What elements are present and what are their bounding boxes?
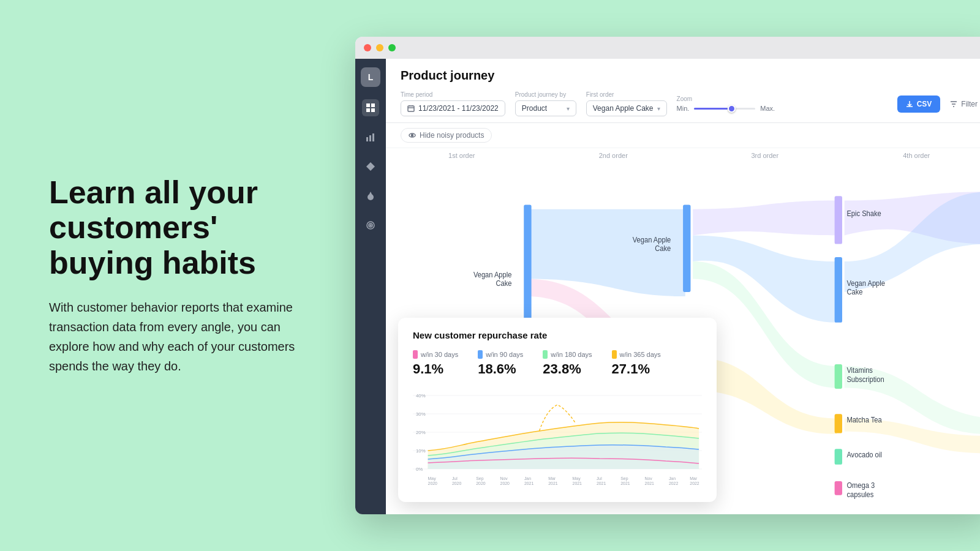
metric-180days: w/in 180 days 23.8% bbox=[543, 350, 592, 377]
subtext: With customer behavior reports that exam… bbox=[49, 298, 318, 376]
metric-365days-label: w/in 365 days bbox=[620, 351, 661, 358]
time-period-select[interactable]: 11/23/2021 - 11/23/2022 bbox=[401, 100, 505, 116]
svg-rect-5 bbox=[369, 135, 371, 141]
csv-button[interactable]: CSV bbox=[897, 96, 941, 113]
svg-text:2021: 2021 bbox=[597, 481, 606, 485]
svg-text:Nov: Nov bbox=[645, 476, 653, 481]
metric-180days-label: w/in 180 days bbox=[551, 351, 592, 358]
metric-365days-dot bbox=[612, 350, 617, 359]
zoom-min: Min. bbox=[677, 105, 690, 112]
metrics-row: w/in 30 days 9.1% w/in 90 days 18.6 bbox=[413, 350, 702, 377]
traffic-light-yellow[interactable] bbox=[376, 44, 383, 51]
metric-90days-period: w/in 90 days bbox=[478, 350, 523, 359]
calendar-icon bbox=[407, 105, 415, 112]
journey-by-value: Product bbox=[522, 104, 547, 113]
svg-text:Jan: Jan bbox=[669, 476, 676, 481]
svg-rect-13 bbox=[408, 106, 414, 111]
journey-by-filter: Product journey by Product ▾ bbox=[515, 91, 576, 116]
svg-text:2021: 2021 bbox=[524, 481, 533, 485]
svg-marker-7 bbox=[366, 162, 375, 171]
svg-text:Vegan Apple: Vegan Apple bbox=[633, 235, 671, 244]
svg-text:10%: 10% bbox=[416, 448, 426, 454]
svg-text:Omega 3: Omega 3 bbox=[846, 481, 875, 490]
hide-noisy-button[interactable]: Hide noisy products bbox=[401, 128, 492, 143]
metric-365days: w/in 365 days 27.1% bbox=[612, 350, 661, 377]
sidebar-icon-grid[interactable] bbox=[362, 99, 379, 116]
browser-content: L bbox=[355, 59, 980, 514]
svg-text:30%: 30% bbox=[416, 411, 426, 417]
svg-rect-23 bbox=[835, 364, 842, 389]
first-order-label: First order bbox=[586, 91, 667, 98]
sidebar-icon-chart[interactable] bbox=[362, 129, 379, 146]
zoom-slider[interactable] bbox=[694, 108, 755, 110]
svg-text:2021: 2021 bbox=[645, 481, 654, 485]
svg-point-12 bbox=[370, 225, 371, 226]
chevron-down-icon-2: ▾ bbox=[657, 105, 660, 112]
svg-text:Vitamins: Vitamins bbox=[846, 366, 872, 375]
time-period-label: Time period bbox=[401, 91, 505, 98]
svg-text:Vegan Apple: Vegan Apple bbox=[846, 279, 885, 288]
svg-text:Mar: Mar bbox=[690, 476, 698, 481]
svg-text:May: May bbox=[428, 476, 437, 481]
svg-rect-6 bbox=[372, 133, 374, 141]
traffic-light-red[interactable] bbox=[364, 44, 371, 51]
svg-text:capsules: capsules bbox=[846, 490, 873, 499]
svg-rect-22 bbox=[835, 257, 842, 323]
svg-text:May: May bbox=[573, 476, 581, 481]
svg-text:Nov: Nov bbox=[500, 476, 508, 481]
first-order-select[interactable]: Vegan Apple Cake ▾ bbox=[586, 100, 667, 116]
card-title: New customer repurchase rate bbox=[413, 330, 702, 340]
svg-text:Subscription: Subscription bbox=[846, 375, 884, 384]
metric-90days-value: 18.6% bbox=[478, 361, 523, 377]
svg-text:2021: 2021 bbox=[548, 481, 557, 485]
metric-30days-dot bbox=[413, 350, 418, 359]
metric-90days-label: w/in 90 days bbox=[486, 351, 523, 358]
journey-by-label: Product journey by bbox=[515, 91, 576, 98]
sidebar-icon-target[interactable] bbox=[362, 217, 379, 234]
browser-window: L bbox=[355, 37, 980, 514]
chevron-down-icon: ▾ bbox=[567, 105, 570, 112]
svg-text:2021: 2021 bbox=[573, 481, 582, 485]
svg-text:Jan: Jan bbox=[524, 476, 531, 481]
main-area: Product journey Time period 11/23/2021 -… bbox=[386, 59, 980, 514]
col-label-1st: 1st order bbox=[386, 148, 538, 167]
hide-noisy-label: Hide noisy products bbox=[420, 131, 484, 140]
metric-90days-dot bbox=[478, 350, 483, 359]
headline: Learn all your customers' buying habits bbox=[49, 175, 318, 280]
svg-rect-24 bbox=[835, 414, 842, 433]
svg-text:Cake: Cake bbox=[846, 287, 862, 296]
browser-titlebar bbox=[355, 37, 980, 59]
svg-rect-26 bbox=[835, 481, 842, 495]
sidebar-logo: L bbox=[361, 67, 380, 87]
zoom-track-fill bbox=[694, 108, 728, 110]
traffic-light-green[interactable] bbox=[388, 44, 396, 51]
svg-text:40%: 40% bbox=[416, 393, 426, 399]
sidebar-icon-diamond[interactable] bbox=[362, 158, 379, 175]
col-label-2nd: 2nd order bbox=[538, 148, 690, 167]
svg-text:Matcha Tea: Matcha Tea bbox=[846, 416, 882, 425]
svg-text:Jul: Jul bbox=[597, 476, 602, 481]
sidebar-icon-drop[interactable] bbox=[362, 187, 379, 204]
sankey-chart-area: 1st order 2nd order 3rd order 4th order bbox=[386, 148, 980, 514]
filter-button-label: Filter bbox=[961, 100, 978, 108]
time-period-value: 11/23/2021 - 11/23/2022 bbox=[418, 104, 499, 113]
zoom-max: Max. bbox=[760, 105, 775, 112]
col-label-3rd: 3rd order bbox=[689, 148, 841, 167]
mini-chart-svg: 0% 10% 20% 30% 40% bbox=[413, 389, 702, 487]
zoom-slider-thumb[interactable] bbox=[728, 105, 736, 113]
svg-text:Mar: Mar bbox=[548, 476, 556, 481]
svg-text:0%: 0% bbox=[416, 467, 423, 472]
svg-text:2022: 2022 bbox=[690, 481, 699, 485]
svg-text:2022: 2022 bbox=[669, 481, 678, 485]
filter-button[interactable]: Filter bbox=[950, 100, 978, 108]
time-period-filter: Time period 11/23/2021 - 11/23/2022 bbox=[401, 91, 505, 116]
journey-by-select[interactable]: Product ▾ bbox=[515, 100, 576, 116]
download-icon bbox=[906, 100, 913, 108]
main-header: Product journey Time period 11/23/2021 -… bbox=[386, 59, 980, 123]
metric-30days-value: 9.1% bbox=[413, 361, 458, 377]
svg-text:Sep: Sep bbox=[476, 476, 483, 481]
svg-text:Jul: Jul bbox=[452, 476, 458, 481]
svg-text:2021: 2021 bbox=[620, 481, 630, 485]
filter-icon bbox=[950, 100, 957, 108]
first-order-value: Vegan Apple Cake bbox=[593, 104, 654, 113]
